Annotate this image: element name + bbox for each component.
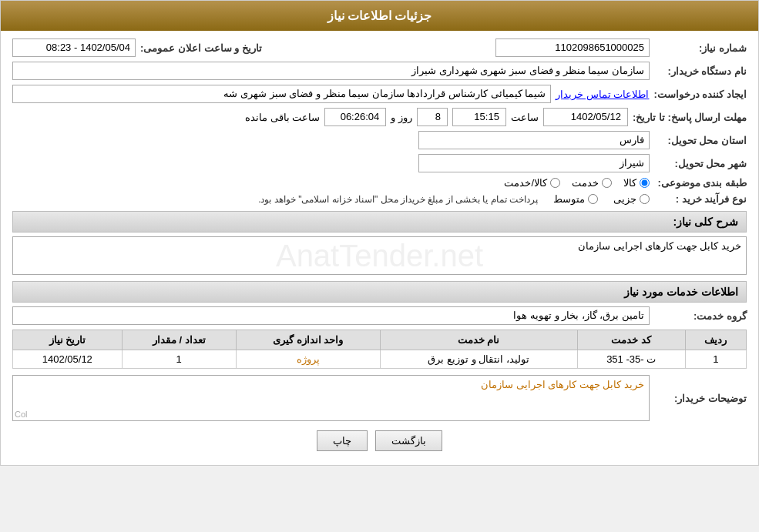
cell-row: 1 xyxy=(685,350,746,369)
creator-link[interactable]: اطلاعات تماس خریدار xyxy=(556,89,649,100)
deadline-remaining-label: ساعت باقی مانده xyxy=(245,112,320,123)
cell-code: ت -35- 351 xyxy=(577,350,685,369)
table-header-row: ردیف کد خدمت نام خدمت واحد اندازه گیری ت… xyxy=(13,330,747,350)
row-province: استان محل تحویل: فارس xyxy=(12,131,747,149)
content-area: شماره نیاز: 1102098651000025 تاریخ و ساع… xyxy=(1,31,758,465)
back-button[interactable]: بازگشت xyxy=(375,430,442,451)
category-option-service[interactable]: خدمت xyxy=(572,177,612,189)
deadline-days: 8 xyxy=(417,108,448,126)
need-description-value: خرید کابل جهت کارهای اجرایی سازمان xyxy=(578,240,741,252)
deadline-remaining: 06:26:04 xyxy=(324,108,386,126)
province-value: فارس xyxy=(418,131,650,149)
buyer-description-value: خرید کابل جهت کارهای اجرایی سازمان xyxy=(481,379,644,390)
category-option-both[interactable]: کالا/خدمت xyxy=(504,177,560,189)
need-description-box: خرید کابل جهت کارهای اجرایی سازمان AnatT… xyxy=(12,236,747,275)
city-label: شهر محل تحویل: xyxy=(654,158,747,169)
col-header-name: نام خدمت xyxy=(380,330,577,350)
services-section-title: اطلاعات خدمات مورد نیاز xyxy=(12,281,747,303)
row-deadline: مهلت ارسال پاسخ: تا تاریخ: 1402/05/12 سا… xyxy=(12,108,747,126)
buyer-description-label: توضیحات خریدار: xyxy=(654,393,747,404)
category-radio-group: کالا خدمت کالا/خدمت xyxy=(12,177,650,189)
buyer-org-label: نام دستگاه خریدار: xyxy=(654,65,747,77)
city-value: شیراز xyxy=(418,154,650,172)
service-group-value: تامین برق، گاز، بخار و تهویه هوا xyxy=(12,306,650,325)
buyer-org-value: سازمان سیما منظر و فضای سبز شهری شهرداری… xyxy=(12,62,650,80)
watermark: AnatTender.net xyxy=(276,239,483,273)
page-header: جزئیات اطلاعات نیاز xyxy=(1,1,758,31)
page-title: جزئیات اطلاعات نیاز xyxy=(327,9,432,22)
category-option-kala[interactable]: کالا xyxy=(623,177,650,189)
col-header-row: ردیف xyxy=(685,330,746,350)
row-need-number: شماره نیاز: 1102098651000025 تاریخ و ساع… xyxy=(12,38,747,57)
deadline-day-label: روز و xyxy=(391,112,412,123)
need-number-value: 1102098651000025 xyxy=(495,38,650,57)
service-group-label: گروه خدمت: xyxy=(654,310,747,322)
purchase-type-note: پرداخت تمام یا بخشی از مبلغ خریداز محل "… xyxy=(258,194,538,205)
services-table: ردیف کد خدمت نام خدمت واحد اندازه گیری ت… xyxy=(12,330,747,369)
col-header-unit: واحد اندازه گیری xyxy=(236,330,380,350)
table-row: 1 ت -35- 351 تولید، انتقال و توزیع برق پ… xyxy=(13,350,747,369)
row-buyer-org: نام دستگاه خریدار: سازمان سیما منظر و فض… xyxy=(12,62,747,80)
print-button[interactable]: چاپ xyxy=(317,430,368,451)
row-purchase-type: نوع فرآیند خرید : جزیی متوسط پرداخت تمام… xyxy=(12,193,747,205)
cell-date: 1402/05/12 xyxy=(13,350,123,369)
announce-label: تاریخ و ساعت اعلان عمومی: xyxy=(140,42,262,54)
row-need-description: خرید کابل جهت کارهای اجرایی سازمان AnatT… xyxy=(12,236,747,275)
creator-value: شیما کیمیائی کارشناس قراردادها سازمان سی… xyxy=(12,85,551,103)
deadline-time-label: ساعت xyxy=(511,112,539,123)
col-header-date: تاریخ نیاز xyxy=(13,330,123,350)
need-number-label: شماره نیاز: xyxy=(654,42,747,54)
deadline-time: 15:15 xyxy=(452,108,506,126)
province-label: استان محل تحویل: xyxy=(654,135,747,146)
category-kala-label: کالا xyxy=(623,177,636,189)
col-header-qty: تعداد / مقدار xyxy=(122,330,236,350)
row-service-group: گروه خدمت: تامین برق، گاز، بخار و تهویه … xyxy=(12,306,747,325)
category-label: طبقه بندی موضوعی: xyxy=(654,177,747,189)
purchase-type-options: جزیی متوسط پرداخت تمام یا بخشی از مبلغ خ… xyxy=(258,193,650,205)
button-row: بازگشت چاپ xyxy=(12,430,747,451)
cell-unit: پروژه xyxy=(236,350,380,369)
row-creator: ایجاد کننده درخواست: اطلاعات تماس خریدار… xyxy=(12,85,747,103)
cell-qty: 1 xyxy=(122,350,236,369)
creator-label: ایجاد کننده درخواست: xyxy=(653,89,747,100)
purchase-type-jozi[interactable]: جزیی xyxy=(613,193,650,205)
deadline-label: مهلت ارسال پاسخ: تا تاریخ: xyxy=(633,112,747,123)
col-badge: Col xyxy=(15,410,28,419)
row-category: طبقه بندی موضوعی: کالا خدمت کالا/خدمت xyxy=(12,177,747,189)
purchase-type-label: نوع فرآیند خرید : xyxy=(654,193,747,205)
purchase-type-motevaset[interactable]: متوسط xyxy=(553,193,598,205)
col-header-code: کد خدمت xyxy=(577,330,685,350)
row-buyer-description: توضیحات خریدار: خرید کابل جهت کارهای اجر… xyxy=(12,375,747,421)
row-city: شهر محل تحویل: شیراز xyxy=(12,154,747,172)
announce-value: 1402/05/04 - 08:23 xyxy=(12,38,136,57)
category-both-label: کالا/خدمت xyxy=(504,177,547,189)
page-wrapper: جزئیات اطلاعات نیاز شماره نیاز: 11020986… xyxy=(0,0,759,466)
cell-name: تولید، انتقال و توزیع برق xyxy=(380,350,577,369)
category-service-label: خدمت xyxy=(572,177,599,189)
need-description-section-title: شرح کلی نیاز: xyxy=(12,211,747,233)
buyer-description-box: خرید کابل جهت کارهای اجرایی سازمان Col xyxy=(12,375,650,421)
deadline-date: 1402/05/12 xyxy=(543,108,628,126)
